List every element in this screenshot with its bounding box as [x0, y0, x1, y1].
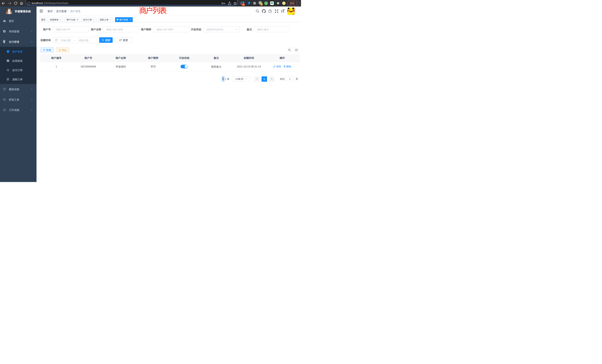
- svg-text:10: 10: [242, 3, 245, 6]
- svg-text:y: y: [265, 2, 267, 4]
- svg-text:1: 1: [261, 3, 262, 5]
